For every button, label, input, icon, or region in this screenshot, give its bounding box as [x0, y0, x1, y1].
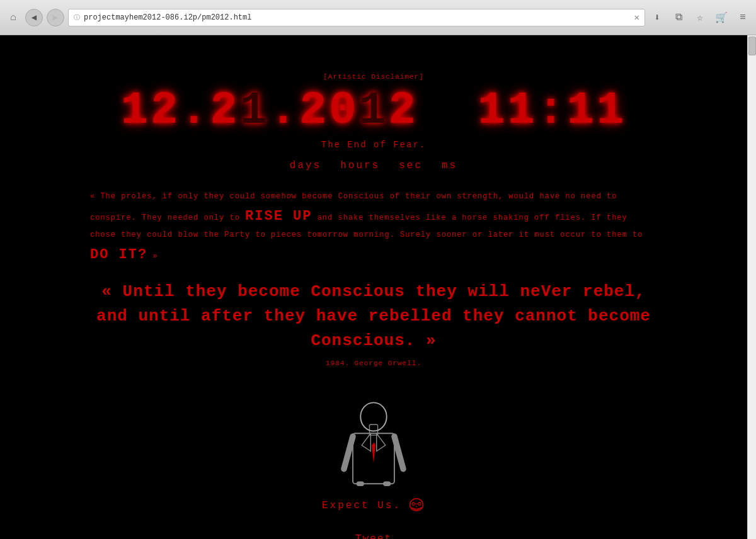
address-bar[interactable]: ⓘ projectmayhem2012-086.i2p/pm2012.html …	[68, 9, 645, 26]
window-button[interactable]: ⧉	[670, 9, 687, 26]
clock-date2: .20	[270, 85, 359, 137]
clear-url-button[interactable]: ✕	[634, 12, 639, 23]
quote-large-line1: « Until they become Conscious they will …	[90, 280, 657, 304]
url-text: projectmayhem2012-086.i2p/pm2012.html	[84, 13, 631, 22]
lock-icon: ⓘ	[74, 13, 80, 22]
back-button[interactable]: ◀	[25, 9, 43, 26]
svg-point-2	[360, 403, 386, 431]
countdown-labels: days hours sec ms	[290, 160, 457, 171]
browser-window: ⌂ ◀ ▶ ⓘ projectmayhem2012-086.i2p/pm2012…	[0, 0, 756, 539]
toolbar-right: ⬇ ⧉ ☆ 🛒 ≡	[649, 9, 751, 26]
clock-time: 11:11	[478, 85, 626, 137]
expect-us-section: Expect Us.	[322, 497, 425, 514]
forward-button[interactable]: ▶	[47, 9, 64, 26]
scrollbar-thumb[interactable]	[748, 37, 756, 55]
expect-us-text: Expect Us.	[322, 500, 401, 511]
scrollbar-track[interactable]	[747, 35, 756, 539]
quote-small-block: « The proles, if only they could somehow…	[90, 190, 657, 267]
days-label: days	[290, 160, 321, 171]
download-button[interactable]: ⬇	[649, 9, 665, 26]
quote-large-block: « Until they become Conscious they will …	[90, 280, 657, 353]
rise-up-text: RISE UP	[245, 208, 312, 224]
clock-display: 12.21.2012 11:11	[121, 88, 627, 133]
svg-point-5	[412, 502, 415, 505]
anon-mask-icon	[408, 497, 425, 514]
end-of-fear-text: The End of Fear.	[321, 140, 426, 150]
attribution-text: 1984. George Orwell.	[326, 360, 421, 367]
cart-button[interactable]: 🛒	[713, 9, 730, 26]
clock-dim1: 1	[240, 85, 270, 137]
clock-date: 12.2	[121, 85, 240, 137]
browser-chrome: ⌂ ◀ ▶ ⓘ projectmayhem2012-086.i2p/pm2012…	[0, 0, 756, 35]
clock-date3: 2	[389, 85, 418, 137]
quote-large-line2: and until after they have rebelled they …	[90, 304, 657, 353]
page-content: [Artistic Disclaimer] 12.21.2012 11:11 T…	[0, 35, 747, 539]
menu-button[interactable]: ≡	[735, 9, 751, 26]
quote-small-text: « The proles, if only they could somehow…	[90, 190, 657, 267]
anonymous-figure	[336, 386, 411, 487]
hours-label: hours	[340, 160, 380, 171]
home-button[interactable]: ⌂	[5, 9, 21, 26]
bookmark-button[interactable]: ☆	[692, 9, 708, 26]
tweet-link[interactable]: Tweet	[355, 533, 392, 539]
clock-dim2: 1	[358, 85, 388, 137]
disclaimer-text: [Artistic Disclaimer]	[323, 73, 424, 81]
svg-point-6	[418, 502, 421, 505]
sec-label: sec	[399, 160, 423, 171]
ms-label: ms	[442, 160, 457, 171]
do-it-text: DO IT?	[90, 247, 147, 263]
